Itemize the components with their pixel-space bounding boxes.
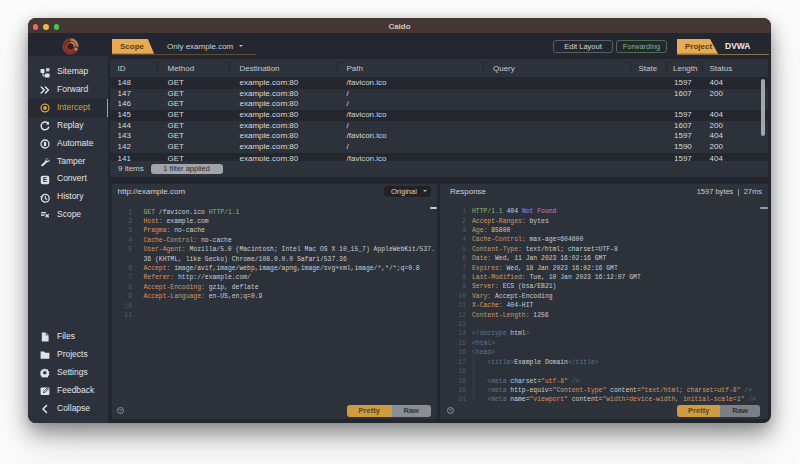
svg-text:E: E — [42, 176, 47, 183]
